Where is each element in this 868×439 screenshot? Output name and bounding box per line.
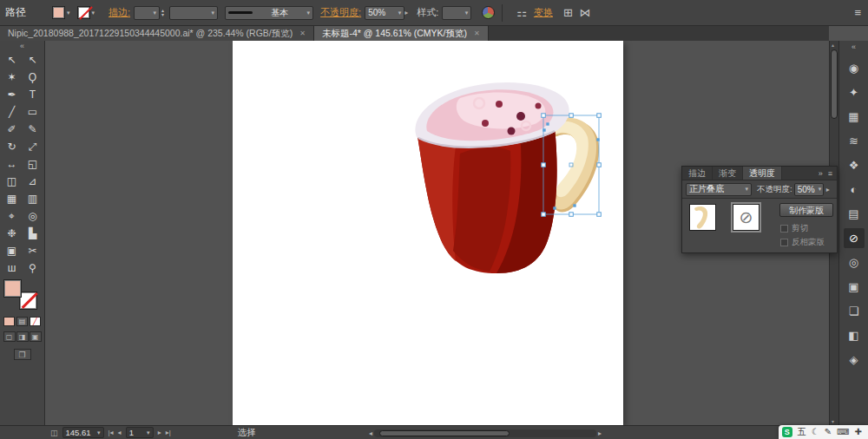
clip-checkbox[interactable] xyxy=(780,225,788,233)
stroke-color-swatch[interactable] xyxy=(77,6,90,19)
fill-indicator-swatch[interactable] xyxy=(4,280,21,297)
recolor-artwork-icon[interactable] xyxy=(482,6,495,19)
gradient-mode-icon[interactable]: ▤ xyxy=(16,317,28,326)
workspace-menu-icon[interactable]: ≡ xyxy=(854,6,861,19)
panel-opacity-combo[interactable]: 50%▾ xyxy=(794,183,824,196)
close-icon[interactable]: ✕ xyxy=(299,29,306,37)
artboard-number-combo[interactable]: 1▾ xyxy=(126,427,154,438)
color-mode-icon[interactable] xyxy=(3,317,15,326)
magic-wand-tool[interactable]: ✶ xyxy=(2,69,23,86)
toolbox-icon[interactable]: ✚ xyxy=(855,425,862,439)
pen-tool[interactable]: ✒ xyxy=(2,86,23,103)
opacity-flyout-icon[interactable]: ▸ xyxy=(826,186,830,193)
pathfinder-panel-icon[interactable]: ◈ xyxy=(844,350,865,370)
stroke-weight-combo[interactable]: ▾ xyxy=(134,6,160,20)
selection-handle[interactable] xyxy=(569,114,574,118)
color-guide-panel-icon[interactable]: ✦ xyxy=(844,82,865,102)
hand-tool[interactable]: ш xyxy=(2,259,23,277)
chevron-down-icon[interactable]: ▾ xyxy=(92,10,95,16)
gradient-tool[interactable]: ▥ xyxy=(23,190,43,207)
invert-mask-checkbox[interactable] xyxy=(780,239,788,246)
artboard-tool[interactable]: ▣ xyxy=(2,242,23,259)
pen-icon[interactable]: ✎ xyxy=(825,425,832,439)
rotate-tool[interactable]: ↻ xyxy=(2,138,23,155)
draw-normal-icon[interactable]: ▢ xyxy=(3,331,16,342)
swatches-panel-icon[interactable]: ▦ xyxy=(844,107,865,127)
opacity-stepper-icon[interactable]: ▸ xyxy=(404,9,408,16)
appearance-panel-icon[interactable]: ◎ xyxy=(844,252,865,272)
pencil-tool[interactable]: ✎ xyxy=(23,121,43,138)
distribute-objects-icon[interactable]: ⋈ xyxy=(580,6,591,19)
keyboard-icon[interactable]: ⌨ xyxy=(837,425,849,439)
scroll-up-icon[interactable]: ▴ xyxy=(832,42,834,48)
screen-mode-icon[interactable]: ❐ xyxy=(14,349,31,360)
zoom-tool[interactable]: ⚲ xyxy=(23,259,43,277)
moon-icon[interactable]: ☾ xyxy=(812,425,819,439)
stroke-panel-icon[interactable]: ▤ xyxy=(844,204,865,224)
opacity-combo[interactable]: 50%▾ xyxy=(365,6,404,20)
selection-tool[interactable]: ↖ xyxy=(2,51,23,69)
sogou-logo-icon[interactable]: S xyxy=(782,427,792,437)
none-mode-icon[interactable]: ╱ xyxy=(30,317,41,326)
anchor-point[interactable] xyxy=(553,206,556,209)
selection-handle[interactable] xyxy=(569,213,574,217)
panel-expand-icon[interactable]: » xyxy=(819,169,823,178)
tab-document-1[interactable]: Nipic_20180988_20171229150344445000.ai* … xyxy=(0,26,314,41)
draw-inside-icon[interactable]: ▣ xyxy=(30,331,42,342)
rectangle-tool[interactable]: ▭ xyxy=(23,103,43,121)
stroke-indicator-swatch[interactable] xyxy=(20,292,36,309)
gradient-panel-icon[interactable]: ◐ xyxy=(844,180,865,200)
transparency-panel-icon[interactable]: ⊘ xyxy=(844,228,865,248)
shape-builder-tool[interactable]: ◫ xyxy=(2,173,23,190)
width-tool[interactable]: ↔ xyxy=(2,155,23,173)
scroll-left-icon[interactable]: ◂ xyxy=(369,429,372,437)
fill-color-control[interactable]: ▾ xyxy=(52,6,70,19)
horizontal-scroll-track[interactable] xyxy=(374,429,596,437)
draw-behind-icon[interactable]: ◨ xyxy=(16,331,29,342)
column-graph-tool[interactable]: ▙ xyxy=(23,225,43,242)
selection-handle[interactable] xyxy=(597,213,602,217)
slice-tool[interactable]: ✂ xyxy=(23,242,43,259)
tab-document-2[interactable]: 未标题-4* @ 145.61% (CMYK/预览) ✕ xyxy=(314,26,489,41)
blend-tool[interactable]: ◎ xyxy=(23,207,43,225)
anchor-point[interactable] xyxy=(542,128,545,131)
perspective-grid-tool[interactable]: ⊿ xyxy=(23,173,43,190)
brush-definition-combo[interactable]: 基本 ▾ xyxy=(225,6,313,20)
free-transform-tool[interactable]: ◱ xyxy=(23,155,43,173)
selection-handle[interactable] xyxy=(597,163,602,167)
style-combo[interactable]: ▾ xyxy=(442,6,471,20)
scroll-down-icon[interactable]: ▾ xyxy=(832,418,834,424)
artboard[interactable] xyxy=(233,41,623,425)
horizontal-scrollbar[interactable]: ◂ ▸ xyxy=(369,429,602,437)
ime-mode-label[interactable]: 五 xyxy=(798,425,806,439)
object-thumbnail[interactable] xyxy=(689,204,716,231)
prev-artboard-icon[interactable]: ◂ xyxy=(118,429,122,436)
transform-link[interactable]: 变换 xyxy=(534,6,553,19)
symbols-panel-icon[interactable]: ❖ xyxy=(844,155,865,175)
anchor-point[interactable] xyxy=(546,122,549,125)
anchor-point[interactable] xyxy=(596,138,599,141)
scale-tool[interactable]: ⤢ xyxy=(23,138,43,155)
direct-selection-tool[interactable]: ↖ xyxy=(23,51,43,69)
last-artboard-icon[interactable]: ▸| xyxy=(166,429,171,436)
pitcher-artwork[interactable] xyxy=(233,41,623,425)
selection-handle[interactable] xyxy=(542,163,546,167)
vertical-scroll-thumb[interactable] xyxy=(831,49,838,119)
selection-handle[interactable] xyxy=(542,213,546,217)
scroll-right-icon[interactable]: ▸ xyxy=(598,429,602,437)
width-profile-combo[interactable]: ▾ xyxy=(169,6,218,20)
tab-stroke[interactable]: 描边 xyxy=(682,167,713,180)
graphic-styles-panel-icon[interactable]: ▣ xyxy=(844,277,865,297)
selection-handle[interactable] xyxy=(542,114,546,118)
mask-thumbnail[interactable]: ⊘ xyxy=(733,204,760,231)
paintbrush-tool[interactable]: ✐ xyxy=(2,121,23,138)
panel-menu-icon[interactable]: ≡ xyxy=(828,169,832,178)
stroke-panel-link[interactable]: 描边: xyxy=(108,6,130,19)
layers-panel-icon[interactable]: ❏ xyxy=(844,301,865,321)
chevron-down-icon[interactable]: ▾ xyxy=(67,10,70,16)
line-tool[interactable]: ╱ xyxy=(2,103,23,121)
tab-gradient[interactable]: 渐变 xyxy=(713,167,743,180)
fill-color-swatch[interactable] xyxy=(52,6,65,19)
tab-transparency[interactable]: 透明度 xyxy=(743,167,782,180)
lasso-tool[interactable]: Ϙ xyxy=(23,69,43,86)
